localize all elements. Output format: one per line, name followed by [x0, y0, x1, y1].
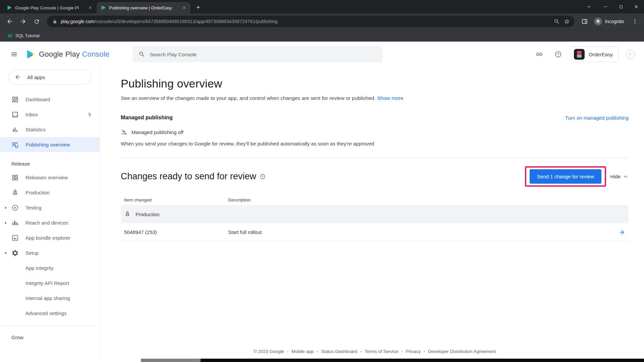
setup-gear-icon [11, 249, 19, 257]
hide-toggle[interactable]: Hide [610, 174, 629, 180]
sidebar-item-production[interactable]: Production [0, 185, 100, 200]
bookmark-sql-tutorial[interactable]: W SQL Tutorial [5, 32, 42, 40]
tab-title: Google Play Console | Google Pl [15, 5, 84, 10]
tab-title: Publishing overview | OrderEasy [109, 5, 178, 10]
address-bar[interactable]: play.google.com/console/u/0/developers/8… [47, 16, 575, 27]
sidebar-item-publishing-overview[interactable]: Publishing overview [0, 137, 100, 152]
table-row: 5048947 (253) Start full rollout [121, 223, 629, 241]
back-button[interactable] [4, 16, 15, 27]
sidebar-section-release: Release [0, 152, 100, 170]
expand-arrow-icon[interactable] [3, 205, 8, 210]
changes-header-row: Changes ready to send for review Send 1 … [121, 166, 629, 187]
sidebar-item-releases-overview[interactable]: Releases overview [0, 170, 100, 185]
sidebar-item-reach-and-devices[interactable]: Reach and devices [0, 215, 100, 230]
sidebar-item-label: Inbox [25, 112, 38, 117]
sidebar-item-label: Reach and devices [25, 220, 68, 226]
forward-button[interactable] [17, 16, 29, 27]
sidebar-item-integrity-api-report[interactable]: Integrity API Report [0, 276, 100, 291]
app-switcher[interactable]: OrderEasy [571, 47, 619, 62]
collapse-arrow-icon[interactable] [3, 251, 8, 255]
changes-heading-text: Changes ready to send for review [121, 171, 256, 182]
footer-link-dda[interactable]: Developer Distribution Agreement [428, 349, 496, 354]
production-rocket-icon [124, 211, 131, 218]
sidebar-item-internal-app-sharing[interactable]: Internal app sharing [0, 291, 100, 306]
sidebar-item-statistics[interactable]: Statistics [0, 122, 100, 137]
sidebar-item-label: Statistics [25, 127, 46, 132]
browser-tab-strip: Google Play Console | Google Pl Publishi… [0, 0, 644, 13]
window-controls [582, 0, 644, 13]
play-logo-icon [25, 49, 36, 59]
browser-tab-2-active[interactable]: Publishing overview | OrderEasy [97, 2, 191, 13]
footer-link-terms[interactable]: Terms of Service [365, 349, 398, 354]
refresh-button[interactable] [31, 16, 42, 27]
column-item-changed: Item changed [124, 197, 228, 202]
taskbar-segment [201, 359, 644, 362]
sidebar-item-app-integrity[interactable]: App integrity [0, 260, 100, 276]
changes-heading: Changes ready to send for review [121, 171, 266, 182]
main-content: Publishing overview See an overview of t… [100, 67, 644, 359]
sidebar-item-label: Releases overview [25, 175, 68, 180]
column-description: Description [228, 197, 610, 202]
managed-publishing-row: Managed publishing Turn on managed publi… [121, 115, 629, 121]
incognito-badge[interactable]: Incognito [593, 17, 627, 26]
sidebar-item-label: Dashboard [25, 97, 50, 102]
sidebar-item-label: Testing [25, 205, 42, 210]
section-divider [121, 158, 629, 158]
tab-close-icon[interactable] [87, 5, 93, 11]
sidebar-item-app-bundle-explorer[interactable]: App bundle explorer [0, 230, 100, 245]
sidebar-item-dashboard[interactable]: Dashboard [0, 92, 100, 107]
tab-search-chevron-icon[interactable] [582, 0, 596, 13]
app-name: OrderEasy [589, 52, 613, 57]
lock-icon [52, 19, 57, 24]
browser-menu-icon[interactable] [632, 18, 638, 24]
sidebar-item-label: Setup [25, 250, 39, 256]
all-apps-button[interactable]: All apps [8, 70, 92, 84]
reach-devices-icon [11, 219, 19, 227]
production-rocket-icon [11, 189, 19, 196]
incognito-label: Incognito [605, 19, 624, 24]
back-arrow-icon [14, 74, 21, 80]
side-panel-icon[interactable] [581, 18, 588, 25]
show-more-link[interactable]: Show more [377, 95, 403, 101]
turn-on-managed-publishing-link[interactable]: Turn on managed publishing [565, 115, 629, 121]
managed-publishing-heading: Managed publishing [121, 115, 173, 121]
search-input[interactable] [150, 52, 376, 57]
sidebar-item-testing[interactable]: Testing [0, 200, 100, 215]
taskbar-segment [141, 359, 201, 362]
help-circle-icon[interactable] [260, 174, 266, 180]
chevron-up-icon [623, 174, 629, 180]
minimize-button[interactable] [598, 0, 613, 13]
hamburger-menu-icon[interactable] [7, 48, 21, 61]
subtitle-text: See an overview of the changes made to y… [121, 95, 376, 101]
footer-link-privacy[interactable]: Privacy [406, 349, 421, 354]
sidebar-item-setup[interactable]: Setup [0, 245, 100, 260]
play-console-logo[interactable]: Google Play Console [25, 49, 110, 59]
browser-tab-1[interactable]: Google Play Console | Google Pl [3, 2, 97, 13]
sidebar: All apps Dashboard Inbox 5 Statistics Pu… [0, 67, 100, 359]
maximize-button[interactable] [613, 0, 629, 13]
send-change-for-review-button[interactable]: Send 1 change for review [530, 169, 601, 184]
sidebar-item-inbox[interactable]: Inbox 5 [0, 107, 100, 122]
link-icon[interactable] [533, 48, 545, 60]
bookmark-star-icon[interactable] [564, 18, 570, 24]
inbox-count-badge: 5 [88, 112, 91, 117]
expand-arrow-icon[interactable] [3, 221, 8, 225]
footer-link-status-dashboard[interactable]: Status Dashboard [321, 349, 357, 354]
sidebar-item-label: App bundle explorer [25, 235, 70, 241]
play-store-favicon [7, 5, 12, 10]
sidebar-item-advanced-settings[interactable]: Advanced settings [0, 306, 100, 321]
footer-link-mobile-app[interactable]: Mobile app [291, 349, 314, 354]
close-window-button[interactable] [629, 0, 644, 13]
zoom-icon[interactable] [554, 18, 560, 24]
help-icon[interactable] [552, 48, 564, 60]
new-tab-button[interactable] [193, 2, 203, 12]
managed-publishing-description: When you send your changes to Google for… [121, 141, 629, 146]
account-avatar[interactable]: ⌁ [625, 49, 635, 59]
bookmark-label: SQL Tutorial [15, 33, 40, 38]
incognito-spy-icon [594, 17, 602, 25]
open-release-arrow-icon[interactable] [619, 229, 625, 236]
annotation-highlight-box: Send 1 change for review [525, 166, 606, 187]
search-icon [139, 51, 145, 58]
tab-close-icon[interactable] [181, 5, 187, 11]
console-search-bar[interactable] [132, 46, 382, 62]
